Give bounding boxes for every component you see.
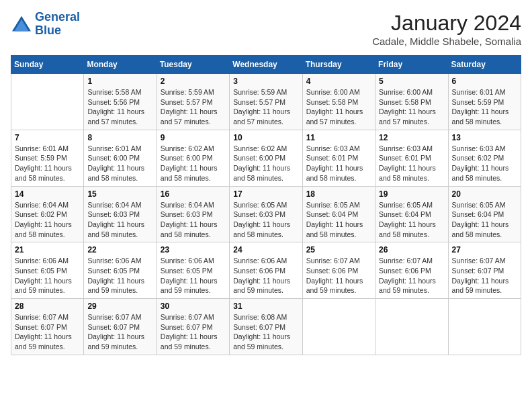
calendar-cell: 10Sunrise: 6:02 AMSunset: 6:00 PMDayligh… <box>230 130 302 186</box>
sunset-text: Sunset: 6:03 PM <box>161 210 213 218</box>
day-number: 31 <box>233 302 298 311</box>
title-block: January 2024 Cadale, Middle Shabele, Som… <box>372 11 521 47</box>
day-detail: Sunrise: 6:05 AMSunset: 6:04 PMDaylight:… <box>379 200 444 240</box>
day-number: 20 <box>452 189 517 199</box>
calendar-cell: 6Sunrise: 6:01 AMSunset: 5:59 PMDaylight… <box>448 74 521 130</box>
page-header: General Blue January 2024 Cadale, Middle… <box>11 11 521 47</box>
day-detail: Sunrise: 6:02 AMSunset: 6:00 PMDaylight:… <box>161 144 226 183</box>
sunset-text: Sunset: 6:01 PM <box>306 154 359 162</box>
day-detail: Sunrise: 6:00 AMSunset: 5:58 PMDaylight:… <box>379 87 444 127</box>
calendar-cell: 12Sunrise: 6:03 AMSunset: 6:01 PMDayligh… <box>375 130 448 186</box>
daylight-text: Daylight: 11 hours and 57 minutes. <box>306 107 363 126</box>
sunset-text: Sunset: 6:07 PM <box>15 323 67 331</box>
day-detail: Sunrise: 6:06 AMSunset: 6:05 PMDaylight:… <box>15 256 80 295</box>
day-detail: Sunrise: 6:03 AMSunset: 6:02 PMDaylight:… <box>452 144 517 183</box>
day-detail: Sunrise: 6:00 AMSunset: 5:58 PMDaylight:… <box>306 87 371 127</box>
calendar-week-2: 7Sunrise: 6:01 AMSunset: 5:59 PMDaylight… <box>11 130 521 186</box>
day-number: 21 <box>15 245 80 255</box>
sunset-text: Sunset: 5:59 PM <box>15 154 67 162</box>
day-number: 2 <box>161 77 226 86</box>
daylight-text: Daylight: 11 hours and 58 minutes. <box>306 220 363 238</box>
sunrise-text: Sunrise: 6:07 AM <box>15 313 69 321</box>
day-number: 30 <box>161 302 226 311</box>
day-number: 18 <box>306 189 371 199</box>
sunrise-text: Sunrise: 6:06 AM <box>233 257 287 265</box>
calendar-cell: 1Sunrise: 5:58 AMSunset: 5:56 PMDaylight… <box>84 74 157 130</box>
day-number: 23 <box>161 245 226 255</box>
sunrise-text: Sunrise: 6:04 AM <box>15 201 69 209</box>
sunset-text: Sunset: 6:05 PM <box>161 267 213 275</box>
sunset-text: Sunset: 5:59 PM <box>452 98 504 106</box>
day-number: 27 <box>452 245 517 255</box>
logo-line1: General <box>35 10 80 24</box>
calendar-cell: 25Sunrise: 6:07 AMSunset: 6:06 PMDayligh… <box>302 242 375 299</box>
calendar-cell <box>375 299 448 355</box>
sunset-text: Sunset: 6:07 PM <box>87 323 140 331</box>
sunrise-text: Sunrise: 6:05 AM <box>306 201 360 209</box>
day-detail: Sunrise: 6:01 AMSunset: 5:59 PMDaylight:… <box>452 87 517 127</box>
sunrise-text: Sunrise: 6:07 AM <box>452 257 506 265</box>
calendar-cell: 22Sunrise: 6:06 AMSunset: 6:05 PMDayligh… <box>84 242 157 299</box>
day-number: 1 <box>87 77 152 86</box>
daylight-text: Daylight: 11 hours and 58 minutes. <box>379 164 436 182</box>
calendar-cell: 28Sunrise: 6:07 AMSunset: 6:07 PMDayligh… <box>11 299 84 355</box>
sunrise-text: Sunrise: 6:07 AM <box>87 313 141 321</box>
daylight-text: Daylight: 11 hours and 57 minutes. <box>379 107 436 126</box>
sunrise-text: Sunrise: 6:00 AM <box>306 88 360 96</box>
sunset-text: Sunset: 6:03 PM <box>233 210 285 218</box>
sunrise-text: Sunrise: 6:03 AM <box>452 144 506 152</box>
calendar-cell: 18Sunrise: 6:05 AMSunset: 6:04 PMDayligh… <box>302 186 375 242</box>
daylight-text: Daylight: 11 hours and 58 minutes. <box>452 164 509 182</box>
day-detail: Sunrise: 6:01 AMSunset: 5:59 PMDaylight:… <box>15 144 80 183</box>
day-number: 22 <box>87 245 152 255</box>
calendar-cell: 4Sunrise: 6:00 AMSunset: 5:58 PMDaylight… <box>302 74 375 130</box>
sunset-text: Sunset: 6:04 PM <box>306 210 359 218</box>
sunset-text: Sunset: 6:00 PM <box>233 154 285 162</box>
sunrise-text: Sunrise: 6:03 AM <box>306 144 360 152</box>
daylight-text: Daylight: 11 hours and 59 minutes. <box>233 277 290 295</box>
logo-line2: Blue <box>35 24 61 37</box>
sunset-text: Sunset: 5:57 PM <box>161 98 213 106</box>
daylight-text: Daylight: 11 hours and 58 minutes. <box>452 220 509 238</box>
sunrise-text: Sunrise: 6:02 AM <box>161 144 214 152</box>
calendar-body: 1Sunrise: 5:58 AMSunset: 5:56 PMDaylight… <box>11 74 521 355</box>
calendar-week-5: 28Sunrise: 6:07 AMSunset: 6:07 PMDayligh… <box>11 299 521 355</box>
day-number: 5 <box>379 77 444 86</box>
weekday-header-row: SundayMondayTuesdayWednesdayThursdayFrid… <box>11 56 521 74</box>
weekday-monday: Monday <box>84 56 157 74</box>
day-number: 3 <box>233 77 298 86</box>
day-number: 16 <box>161 189 226 199</box>
calendar-cell: 21Sunrise: 6:06 AMSunset: 6:05 PMDayligh… <box>11 242 84 299</box>
sunset-text: Sunset: 6:03 PM <box>87 210 140 218</box>
sunset-text: Sunset: 6:06 PM <box>306 267 359 275</box>
calendar-cell: 14Sunrise: 6:04 AMSunset: 6:02 PMDayligh… <box>11 186 84 242</box>
calendar-cell <box>11 74 84 130</box>
calendar-cell: 5Sunrise: 6:00 AMSunset: 5:58 PMDaylight… <box>375 74 448 130</box>
sunset-text: Sunset: 6:05 PM <box>87 267 140 275</box>
daylight-text: Daylight: 11 hours and 59 minutes. <box>306 277 363 295</box>
day-detail: Sunrise: 5:58 AMSunset: 5:56 PMDaylight:… <box>87 87 152 127</box>
day-detail: Sunrise: 6:08 AMSunset: 6:07 PMDaylight:… <box>233 312 298 352</box>
day-detail: Sunrise: 5:59 AMSunset: 5:57 PMDaylight:… <box>233 87 298 127</box>
sunrise-text: Sunrise: 6:01 AM <box>452 88 506 96</box>
weekday-saturday: Saturday <box>448 56 521 74</box>
calendar-cell: 16Sunrise: 6:04 AMSunset: 6:03 PMDayligh… <box>157 186 229 242</box>
day-detail: Sunrise: 6:01 AMSunset: 6:00 PMDaylight:… <box>87 144 152 183</box>
calendar-cell: 13Sunrise: 6:03 AMSunset: 6:02 PMDayligh… <box>448 130 521 186</box>
calendar-cell: 31Sunrise: 6:08 AMSunset: 6:07 PMDayligh… <box>230 299 302 355</box>
daylight-text: Daylight: 11 hours and 58 minutes. <box>233 220 290 238</box>
day-detail: Sunrise: 6:03 AMSunset: 6:01 PMDaylight:… <box>306 144 371 183</box>
daylight-text: Daylight: 11 hours and 58 minutes. <box>87 220 144 238</box>
daylight-text: Daylight: 11 hours and 59 minutes. <box>87 277 144 295</box>
calendar-cell <box>448 299 521 355</box>
day-detail: Sunrise: 6:06 AMSunset: 6:05 PMDaylight:… <box>87 256 152 295</box>
calendar-cell: 3Sunrise: 5:59 AMSunset: 5:57 PMDaylight… <box>230 74 302 130</box>
day-number: 25 <box>306 245 371 255</box>
calendar-cell: 7Sunrise: 6:01 AMSunset: 5:59 PMDaylight… <box>11 130 84 186</box>
day-number: 17 <box>233 189 298 199</box>
sunrise-text: Sunrise: 6:05 AM <box>452 201 506 209</box>
day-number: 29 <box>87 302 152 311</box>
sunset-text: Sunset: 5:58 PM <box>379 98 431 106</box>
day-detail: Sunrise: 6:02 AMSunset: 6:00 PMDaylight:… <box>233 144 298 183</box>
calendar-cell: 15Sunrise: 6:04 AMSunset: 6:03 PMDayligh… <box>84 186 157 242</box>
